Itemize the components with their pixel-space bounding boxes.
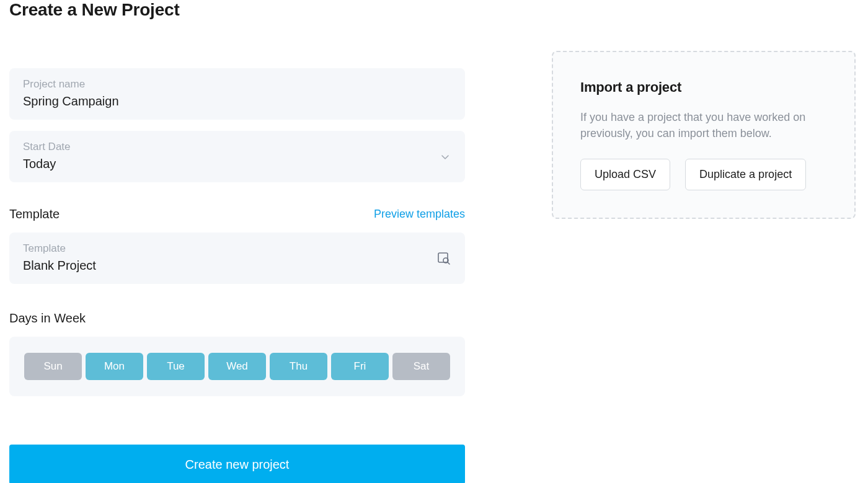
days-in-week: Sun Mon Tue Wed Thu Fri Sat [9, 337, 465, 396]
day-button-mon[interactable]: Mon [86, 353, 143, 380]
day-button-tue[interactable]: Tue [147, 353, 205, 380]
import-title: Import a project [580, 79, 827, 95]
days-section-header: Days in Week [9, 311, 465, 326]
template-search-icon [436, 251, 451, 266]
upload-csv-button[interactable]: Upload CSV [580, 159, 670, 190]
day-button-sun[interactable]: Sun [24, 353, 82, 380]
template-field[interactable]: Template Blank Project [9, 233, 465, 284]
chevron-down-icon [440, 152, 450, 162]
svg-line-2 [448, 262, 450, 264]
project-name-field[interactable]: Project name Spring Campaign [9, 68, 465, 120]
template-label: Template [23, 242, 451, 255]
page-title: Create a New Project [9, 0, 465, 20]
preview-templates-link[interactable]: Preview templates [374, 208, 465, 221]
start-date-label: Start Date [23, 141, 451, 153]
template-section-header: Template Preview templates [9, 207, 465, 221]
import-buttons: Upload CSV Duplicate a project [580, 159, 827, 190]
import-panel: Import a project If you have a project t… [552, 51, 856, 219]
create-new-project-button[interactable]: Create new project [9, 445, 465, 483]
template-value: Blank Project [23, 259, 451, 273]
day-button-wed[interactable]: Wed [208, 353, 266, 380]
start-date-field[interactable]: Start Date Today [9, 131, 465, 182]
day-button-sat[interactable]: Sat [392, 353, 450, 380]
project-name-label: Project name [23, 78, 451, 91]
project-name-value: Spring Campaign [23, 94, 451, 109]
day-button-thu[interactable]: Thu [270, 353, 327, 380]
duplicate-project-button[interactable]: Duplicate a project [685, 159, 806, 190]
days-section-title: Days in Week [9, 311, 86, 326]
day-button-fri[interactable]: Fri [331, 353, 389, 380]
import-description: If you have a project that you have work… [580, 109, 827, 141]
template-section-title: Template [9, 207, 60, 221]
start-date-value: Today [23, 157, 451, 171]
